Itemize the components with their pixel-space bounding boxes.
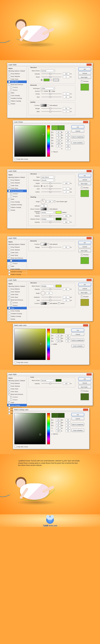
styles-item[interactable]: Blending Options: Default: [7, 243, 27, 246]
preview-checkbox[interactable]: [81, 187, 83, 188]
noise-input[interactable]: 0: [63, 76, 70, 78]
global-light-checkbox[interactable]: [54, 200, 56, 202]
aa-checkbox[interactable]: [47, 208, 49, 210]
overlay-color-swatch[interactable]: [56, 379, 61, 382]
ok-button[interactable]: OK: [72, 125, 84, 128]
hex-input[interactable]: 76bc13: [53, 151, 62, 153]
h-input[interactable]: 82: [56, 131, 61, 134]
styles-item[interactable]: Inner Glow: [7, 254, 27, 257]
styles-item[interactable]: Drop Shadow: [7, 288, 27, 290]
depth-slider[interactable]: [41, 183, 61, 184]
r-input[interactable]: 139: [66, 337, 70, 340]
styles-item-selected[interactable]: Bevel and Emboss: [7, 190, 27, 192]
color-libraries-button[interactable]: Color Libraries: [72, 344, 84, 348]
hue-slider[interactable]: [47, 125, 50, 157]
choke-input[interactable]: 0: [63, 92, 70, 95]
b-input[interactable]: 74: [56, 137, 61, 139]
close-icon[interactable]: [87, 279, 92, 281]
styles-item-selected[interactable]: Satin: [7, 307, 27, 310]
cancel-button[interactable]: Cancel: [78, 381, 91, 384]
size-input[interactable]: 10: [63, 96, 70, 98]
styles-item[interactable]: Color Overlay: [7, 200, 27, 203]
size-slider[interactable]: [41, 97, 61, 97]
distance-input[interactable]: 11: [63, 296, 70, 298]
invert-checkbox[interactable]: [58, 302, 60, 304]
depth-input[interactable]: 100: [63, 182, 70, 184]
close-icon[interactable]: [87, 64, 92, 66]
source-edge-radio[interactable]: [49, 90, 51, 92]
styles-item[interactable]: Contour: [7, 301, 27, 304]
contour-preset[interactable]: [41, 243, 47, 246]
gloss-contour[interactable]: [41, 208, 47, 210]
size-slider[interactable]: [41, 300, 61, 300]
styles-item[interactable]: Stroke: [7, 102, 27, 105]
color-field[interactable]: [14, 413, 46, 444]
color-field[interactable]: [14, 329, 46, 360]
highlight-opacity-input[interactable]: 100: [63, 214, 70, 217]
styles-item[interactable]: Texture: [7, 304, 27, 307]
styles-item[interactable]: Inner Glow: [7, 390, 27, 393]
shadow-color-swatch[interactable]: [56, 218, 61, 220]
styles-item[interactable]: Inner Glow: [7, 187, 27, 190]
styles-item[interactable]: Bevel and Emboss: [7, 257, 27, 260]
close-icon[interactable]: [87, 170, 92, 172]
ok-button[interactable]: OK: [78, 68, 91, 71]
technique-select[interactable]: Softer: [41, 87, 55, 90]
range-input[interactable]: 50: [63, 246, 70, 248]
lb-input[interactable]: 63: [66, 137, 70, 139]
cancel-button[interactable]: Cancel: [78, 287, 91, 290]
opacity-slider[interactable]: [41, 74, 61, 74]
range-slider[interactable]: [41, 108, 61, 108]
bevel-style-select[interactable]: Inner Bevel: [41, 176, 55, 178]
opacity-input[interactable]: 100: [63, 72, 70, 75]
ok-button[interactable]: OK: [72, 413, 84, 416]
bl-input[interactable]: 23: [66, 340, 70, 342]
range-input[interactable]: 50: [63, 107, 70, 110]
color-libraries-button[interactable]: Color Libraries: [72, 429, 84, 432]
only-web-checkbox[interactable]: [15, 362, 16, 363]
bl-input[interactable]: 16: [66, 424, 70, 427]
cancel-button[interactable]: Cancel: [72, 333, 84, 336]
blend-mode-select[interactable]: Normal: [41, 70, 55, 72]
source-center-radio[interactable]: [41, 90, 43, 92]
close-icon[interactable]: [83, 121, 88, 123]
styles-item[interactable]: Gradient Overlay: [7, 203, 27, 206]
styles-item[interactable]: Outer Glow: [7, 251, 27, 254]
highlight-color-swatch[interactable]: [56, 211, 61, 214]
styles-item[interactable]: Satin: [7, 265, 27, 268]
range-slider[interactable]: [41, 247, 61, 248]
newstyle-button[interactable]: New Style...: [78, 385, 91, 388]
contour-preset[interactable]: [41, 302, 47, 304]
satin-color-swatch[interactable]: [56, 285, 61, 287]
ok-button[interactable]: OK: [78, 283, 91, 286]
styles-item[interactable]: Bevel and Emboss: [7, 83, 27, 86]
noise-slider[interactable]: [41, 77, 61, 77]
styles-item[interactable]: Inner Shadow: [7, 182, 27, 184]
ok-button[interactable]: OK: [78, 377, 91, 380]
size-input[interactable]: 6: [63, 188, 70, 190]
angle-input[interactable]: 19: [46, 292, 52, 294]
opacity-input[interactable]: 50: [63, 288, 70, 290]
styles-item[interactable]: Gradient Overlay: [7, 270, 27, 273]
styles-item[interactable]: Satin: [7, 198, 27, 200]
r-input[interactable]: 38: [66, 422, 70, 424]
preview-checkbox[interactable]: [81, 80, 83, 82]
highlight-opacity-slider[interactable]: [41, 216, 61, 216]
g-input[interactable]: 188: [56, 142, 61, 144]
direction-up-radio[interactable]: [41, 185, 43, 187]
altitude-input[interactable]: 30: [41, 204, 47, 207]
styles-item[interactable]: Pattern Overlay: [7, 100, 27, 102]
close-icon[interactable]: [83, 409, 88, 411]
styles-item[interactable]: Drop Shadow: [7, 246, 27, 248]
color-field[interactable]: [14, 125, 46, 157]
shadow-opacity-input[interactable]: 100: [63, 221, 70, 223]
styles-item[interactable]: Drop Shadow: [7, 382, 27, 385]
size-slider[interactable]: [41, 188, 61, 189]
ok-button[interactable]: OK: [72, 329, 84, 332]
b-input[interactable]: 34: [56, 422, 61, 424]
b-input[interactable]: 57: [56, 337, 61, 340]
r-input[interactable]: 118: [56, 139, 61, 142]
bl-input[interactable]: 19: [56, 145, 61, 147]
styles-item[interactable]: Contour: [7, 86, 27, 89]
styles-item[interactable]: Gradient Overlay: [7, 97, 27, 100]
